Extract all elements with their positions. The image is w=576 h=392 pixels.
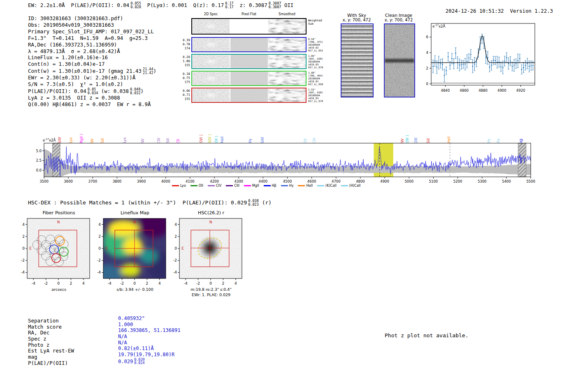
spec2d-right-label: 1.53"(697, 638)20190504v019_03017_LL_070 — [308, 88, 323, 102]
fiber-info-line: (697, 638) — [308, 57, 323, 60]
east-label: E — [29, 246, 32, 251]
data-point — [436, 67, 437, 68]
y-tick-label: 5.0 — [36, 149, 42, 153]
data-point — [467, 61, 468, 62]
data-point — [513, 65, 515, 66]
fiber-weight-line: 175 — [179, 80, 190, 84]
info-line: RA,Dec (166.393723,51.136959) — [28, 42, 156, 48]
spec2d-strip-smooth — [268, 88, 306, 102]
fiber-xlabel: arcsecs — [27, 287, 91, 292]
legend-label: Lyα — [180, 184, 186, 188]
clean-image-coords: x, y: 700, 472 — [382, 18, 416, 22]
match-table-values: 0.405932"1.000166.393865, 51.136891N/AN/… — [118, 315, 181, 365]
lineflux-layer — [95, 217, 172, 285]
x-tick-label: -4 — [184, 281, 188, 285]
fiber-weight-line: 0.20 — [179, 55, 190, 59]
uncertainty-lo: 0.023 — [248, 203, 259, 206]
fiber-weight-line: 155 — [179, 63, 190, 67]
legend-item: Hβ — [264, 184, 276, 188]
noise-rect — [230, 72, 268, 85]
line-fit-plot: 484048604880490049200246 — [418, 20, 541, 96]
fiber-info-line: (700, 464) — [308, 74, 323, 77]
info-line: Cont(w) = 1.30(±0.01)e-17 (gmag 21.4321.… — [28, 67, 156, 74]
x-tick-label: 3900 — [137, 179, 146, 183]
spec2d-col-header: 2D Spec — [192, 12, 230, 16]
x-tick-label: 2 — [222, 281, 225, 285]
noise-rect — [230, 38, 268, 51]
legend-swatch — [341, 185, 348, 186]
legend-label: CIV — [216, 184, 221, 188]
data-point — [462, 64, 464, 65]
text-segment: RA,Dec (166.393723,51.136959) — [28, 42, 117, 48]
with-sky-coords: x, y: 700, 472 — [339, 18, 374, 22]
spec2d-strip-spec — [192, 55, 230, 68]
x-tick-label: 4100 — [186, 179, 195, 183]
match-row-value: 0.0290.0390.024 — [118, 358, 181, 365]
stacked-uncertainty: 0.050.034 — [88, 88, 98, 95]
fiber-info-line: 20190504 — [308, 77, 323, 80]
fiber-weight-line: 0.06 — [179, 89, 190, 93]
y-tick-label: 2 — [174, 234, 177, 239]
data-point — [470, 54, 471, 55]
legend-label: (K)CaII — [325, 184, 337, 188]
spec2d-strip-smooth — [268, 55, 306, 68]
sky-lines-overlay — [341, 24, 373, 97]
x-tick-label: 4840 — [441, 88, 450, 93]
x-tick-label: 3700 — [88, 179, 97, 183]
x-tick-label: -2 — [196, 281, 200, 285]
info-line: Cont(n) = 1.30(±0.04)e-17 — [28, 61, 156, 67]
data-point — [449, 65, 451, 66]
match-row-label: Photo z — [28, 342, 74, 348]
info-line: λ = 4879.13Å σ = 2.68(±0.42)Å — [28, 48, 156, 55]
continuum-trace-overlay — [385, 59, 414, 63]
x-tick-label: 5000 — [404, 179, 413, 183]
spec2d-strip-flat — [230, 38, 268, 51]
clean-image — [384, 23, 415, 97]
text-segment: P(Lyα): 0.001 Q(z): 0.17 — [141, 2, 224, 8]
y-tick-label: 0 — [22, 246, 25, 251]
fiber-info-line: v019_03 — [308, 97, 323, 100]
fiber-weight-line: 0.75 — [179, 76, 190, 80]
lineflux-blob — [121, 264, 140, 277]
y-tick-label: 4 — [174, 223, 177, 227]
stacked-uncertainty: 0.170.17 — [225, 2, 233, 9]
clean-image-title: Clean Image — [382, 13, 416, 18]
x-tick-label: 4 — [82, 281, 85, 285]
data-point — [472, 66, 473, 67]
spec2d-strip-white — [230, 19, 268, 34]
data-point — [500, 66, 502, 67]
spec2d-strip-spec — [192, 72, 230, 85]
text-segment: 1.000 — [118, 322, 133, 327]
spec2d-strip-spec — [192, 88, 230, 102]
data-point — [521, 69, 523, 70]
fiber-info-line: 017_LL_050 — [308, 83, 323, 86]
fiber-weight-line: 1.80 — [179, 59, 190, 63]
x-tick-label: 4700 — [332, 179, 341, 183]
fiber-positions-title: Fiber Positions — [27, 210, 91, 216]
x-tick-label: 4880 — [478, 88, 488, 93]
info-line: LineFlux = 1.20(±0.16)e-16 — [28, 54, 156, 61]
legend-item: Lyα — [172, 184, 186, 188]
spec2d-row — [191, 71, 307, 86]
hatched-region — [518, 143, 526, 177]
band-overlay — [268, 75, 306, 82]
fiber-info-line: 0.54" — [308, 37, 323, 40]
legend-label: HeII — [306, 184, 313, 188]
legend-label: Hβ — [272, 184, 276, 188]
spec2d-col-header: Smoothed — [268, 12, 306, 16]
uncertainty-lo: 0.024 — [134, 361, 145, 365]
text-segment: 166.393865, 51.136891 — [118, 327, 181, 333]
legend-swatch — [298, 185, 305, 186]
text-segment: λ = 4879.13Å σ = 2.68(±0.42)Å — [28, 48, 120, 54]
text-segment: 0.82(±0.11)Å — [118, 346, 154, 351]
text-segment: z: 0.3087 — [234, 2, 267, 8]
spectrum-legend: LyαOIICIVCIIIMgIIHβHγHeII(K)CaII(H)CaII — [172, 184, 360, 188]
data-point — [474, 63, 475, 65]
legend-item: CIV — [208, 184, 221, 188]
match-row-label: Match score — [28, 324, 74, 330]
uncertainty-lo: 0.028 — [130, 5, 141, 9]
emission-line-label: MgII } — [80, 133, 84, 143]
north-label: N — [133, 220, 136, 224]
uncertainty-lo: 0.032 — [130, 91, 141, 95]
x-tick-label: 4600 — [307, 179, 316, 183]
